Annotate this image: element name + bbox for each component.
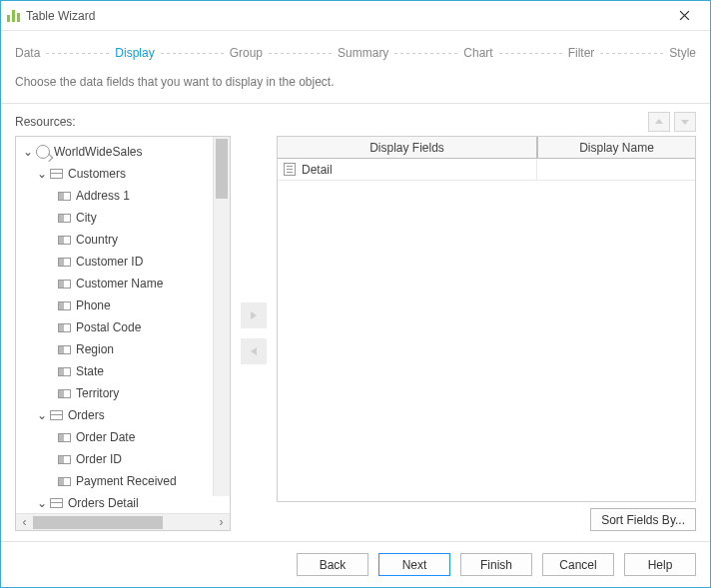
sort-fields-by-button[interactable]: Sort Fields By... (590, 508, 696, 531)
cell-display-name[interactable] (537, 159, 695, 181)
tree-field[interactable]: Country (18, 229, 230, 251)
field-icon (58, 280, 71, 289)
table-icon (50, 169, 63, 179)
step-group[interactable]: Group (230, 46, 263, 60)
expand-toggle[interactable]: ⌄ (36, 492, 48, 513)
resources-tree: ⌄ WorldWideSales ⌄ Customers Address 1 C… (16, 137, 230, 513)
table-body: Detail (278, 159, 695, 501)
cancel-button[interactable]: Cancel (542, 553, 614, 576)
tree-field[interactable]: Territory (18, 382, 230, 404)
close-icon (679, 10, 690, 21)
app-icon (7, 10, 20, 22)
cell-display-field: Detail (278, 159, 537, 181)
scrollbar-track[interactable] (33, 516, 213, 529)
step-style[interactable]: Style (669, 46, 696, 60)
tree-field[interactable]: Customer Name (18, 273, 230, 294)
resources-header-row: Resources: (15, 112, 696, 132)
titlebar: Table Wizard (1, 1, 710, 31)
divider (1, 103, 710, 104)
field-icon (58, 192, 71, 201)
field-icon (58, 258, 71, 267)
tree-group-label: Customers (68, 163, 126, 185)
tree-group-orders-detail[interactable]: ⌄ Orders Detail (18, 492, 230, 513)
step-separator (46, 53, 109, 54)
tree-scroll[interactable]: ⌄ WorldWideSales ⌄ Customers Address 1 C… (16, 137, 230, 513)
arrow-right-icon (248, 309, 260, 321)
tree-group-customers[interactable]: ⌄ Customers (18, 163, 230, 185)
resources-label: Resources: (15, 115, 76, 129)
field-icon (58, 389, 71, 398)
arrow-down-icon (680, 117, 690, 127)
cell-value: Detail (302, 163, 333, 177)
tree-field[interactable]: Phone (18, 294, 230, 316)
tree-root-label: WorldWideSales (54, 141, 142, 163)
next-button[interactable]: Next (378, 553, 450, 576)
table-header: Display Fields Display Name (278, 137, 695, 159)
close-button[interactable] (664, 2, 704, 30)
wizard-footer: Back Next Finish Cancel Help (1, 541, 710, 587)
step-separator (499, 53, 562, 54)
vertical-scrollbar[interactable] (213, 137, 230, 496)
window-title: Table Wizard (26, 9, 95, 23)
field-icon (58, 323, 71, 332)
detail-icon (284, 163, 296, 176)
expand-toggle[interactable]: ⌄ (36, 404, 48, 426)
table-icon (50, 410, 63, 420)
col-display-fields[interactable]: Display Fields (278, 137, 537, 159)
table-icon (50, 498, 63, 508)
tree-field[interactable]: Postal Code (18, 316, 230, 338)
scroll-left-icon[interactable]: ‹ (16, 514, 33, 531)
table-row[interactable]: Detail (278, 159, 695, 181)
tree-field[interactable]: Region (18, 338, 230, 360)
tree-group-label: Orders Detail (68, 492, 139, 513)
display-fields-table: Display Fields Display Name Detail (277, 136, 696, 502)
finish-button[interactable]: Finish (460, 553, 532, 576)
tree-field[interactable]: Customer ID (18, 251, 230, 273)
back-button[interactable]: Back (297, 553, 368, 576)
display-fields-panel: Display Fields Display Name Detail (277, 136, 696, 531)
step-chart[interactable]: Chart (463, 46, 492, 60)
help-button[interactable]: Help (624, 553, 696, 576)
tree-field[interactable]: Order Date (18, 426, 230, 448)
tree-field[interactable]: City (18, 207, 230, 229)
field-icon (58, 455, 71, 464)
columns: ⌄ WorldWideSales ⌄ Customers Address 1 C… (15, 136, 696, 531)
tree-field[interactable]: State (18, 360, 230, 382)
step-separator (269, 53, 332, 54)
step-display[interactable]: Display (115, 46, 154, 60)
table-wizard-window: Table Wizard Data Display Group Summary … (0, 0, 711, 588)
scrollbar-thumb[interactable] (216, 139, 228, 199)
tree-group-label: Orders (68, 404, 105, 426)
scrollbar-thumb[interactable] (33, 516, 163, 529)
step-summary[interactable]: Summary (338, 46, 388, 60)
tree-field[interactable]: Payment Received (18, 470, 230, 492)
tree-field[interactable]: Order ID (18, 448, 230, 470)
field-icon (58, 236, 71, 245)
step-data[interactable]: Data (15, 46, 40, 60)
step-separator (600, 53, 663, 54)
move-up-button[interactable] (648, 112, 670, 132)
scroll-right-icon[interactable]: › (213, 514, 230, 531)
tree-root[interactable]: ⌄ WorldWideSales (18, 141, 230, 163)
step-separator (394, 53, 457, 54)
field-icon (58, 301, 71, 310)
step-separator (161, 53, 224, 54)
tree-field[interactable]: Address 1 (18, 185, 230, 207)
remove-field-button[interactable] (241, 338, 267, 364)
field-icon (58, 433, 71, 442)
field-icon (58, 214, 71, 223)
instruction-text: Choose the data fields that you want to … (1, 75, 710, 103)
add-field-button[interactable] (241, 302, 267, 328)
move-down-button[interactable] (674, 112, 696, 132)
tree-group-orders[interactable]: ⌄ Orders (18, 404, 230, 426)
resources-tree-panel: ⌄ WorldWideSales ⌄ Customers Address 1 C… (15, 136, 231, 531)
horizontal-scrollbar[interactable]: ‹ › (16, 513, 230, 530)
arrow-left-icon (248, 345, 260, 357)
expand-toggle[interactable]: ⌄ (22, 141, 34, 163)
col-display-name[interactable]: Display Name (537, 137, 695, 159)
arrow-up-icon (654, 117, 664, 127)
transfer-buttons (241, 136, 267, 531)
datasource-icon (36, 145, 50, 159)
step-filter[interactable]: Filter (568, 46, 595, 60)
expand-toggle[interactable]: ⌄ (36, 163, 48, 185)
